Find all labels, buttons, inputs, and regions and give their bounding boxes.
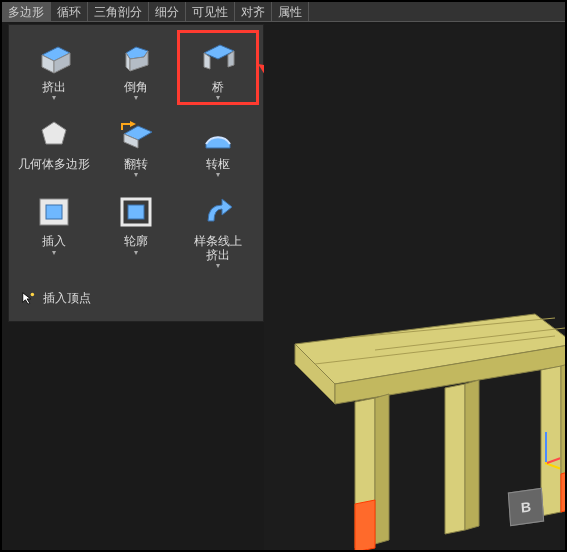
tool-extrude-spline[interactable]: 样条线上 挤出 ▾ <box>178 185 258 271</box>
viewcube[interactable]: B <box>508 488 544 526</box>
dropdown-indicator-icon: ▾ <box>134 93 138 102</box>
tool-extrude[interactable]: 挤出 ▾ <box>14 31 94 104</box>
menu-triangulate[interactable]: 三角剖分 <box>88 2 149 21</box>
svg-marker-9 <box>42 122 66 144</box>
tool-bevel[interactable]: 倒角 ▾ <box>96 31 176 104</box>
bridge-icon <box>196 35 240 79</box>
menu-align[interactable]: 对齐 <box>235 2 272 21</box>
menu-visibility[interactable]: 可见性 <box>186 2 235 21</box>
svg-marker-33 <box>355 500 375 550</box>
tool-ngon-label: 几何体多边形 <box>18 158 90 171</box>
dropdown-indicator-icon: ▾ <box>52 248 56 257</box>
tool-outline[interactable]: 轮廓 ▾ <box>96 185 176 271</box>
svg-rect-14 <box>46 205 62 219</box>
tool-ngon[interactable]: 几何体多边形 <box>14 108 94 181</box>
polygon-tool-panel: 挤出 ▾ 倒角 ▾ 桥 ▾ <box>8 24 264 322</box>
tool-hinge[interactable]: 转枢 ▾ <box>178 108 258 181</box>
viewcube-label: B <box>520 498 531 515</box>
bevel-icon <box>114 35 158 79</box>
tool-bridge[interactable]: 桥 ▾ <box>178 31 258 104</box>
svg-marker-28 <box>375 394 389 544</box>
inset-icon <box>32 189 76 233</box>
tool-insert-vertex[interactable]: 插入顶点 <box>13 284 259 313</box>
insert-vertex-label: 插入顶点 <box>43 290 91 307</box>
extrude-icon <box>32 35 76 79</box>
dropdown-indicator-icon: ▾ <box>216 93 220 102</box>
tool-flip[interactable]: 翻转 ▾ <box>96 108 176 181</box>
dropdown-indicator-icon: ▾ <box>216 261 220 270</box>
menu-polygon[interactable]: 多边形 <box>2 2 51 21</box>
ngon-icon <box>32 112 76 156</box>
cursor-icon <box>21 291 35 305</box>
dropdown-indicator-icon: ▾ <box>216 170 220 179</box>
menu-subdivide[interactable]: 细分 <box>149 2 186 21</box>
tool-extrude-spline-label: 样条线上 挤出 <box>194 235 242 261</box>
menu-properties[interactable]: 属性 <box>272 2 309 21</box>
dropdown-indicator-icon: ▾ <box>134 248 138 257</box>
axis-gizmo <box>531 432 561 492</box>
svg-marker-17 <box>23 293 31 304</box>
flip-icon <box>114 112 158 156</box>
svg-rect-16 <box>128 205 144 219</box>
dropdown-indicator-icon: ▾ <box>134 170 138 179</box>
extrude-spline-icon <box>196 189 240 233</box>
hinge-icon <box>196 112 240 156</box>
outline-icon <box>114 189 158 233</box>
menu-loop[interactable]: 循环 <box>51 2 88 21</box>
dropdown-indicator-icon: ▾ <box>52 93 56 102</box>
svg-marker-34 <box>561 470 565 512</box>
viewport-3d[interactable]: B <box>264 24 565 550</box>
svg-marker-30 <box>465 380 479 530</box>
svg-point-18 <box>31 293 35 297</box>
tool-inset[interactable]: 插入 ▾ <box>14 185 94 271</box>
menubar: 多边形 循环 三角剖分 细分 可见性 对齐 属性 <box>2 2 565 22</box>
svg-marker-12 <box>130 121 136 127</box>
svg-marker-29 <box>445 384 465 534</box>
